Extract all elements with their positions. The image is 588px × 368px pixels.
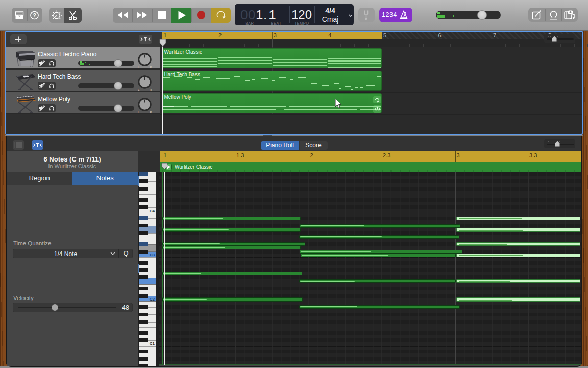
svg-text:?: ? — [33, 12, 36, 18]
